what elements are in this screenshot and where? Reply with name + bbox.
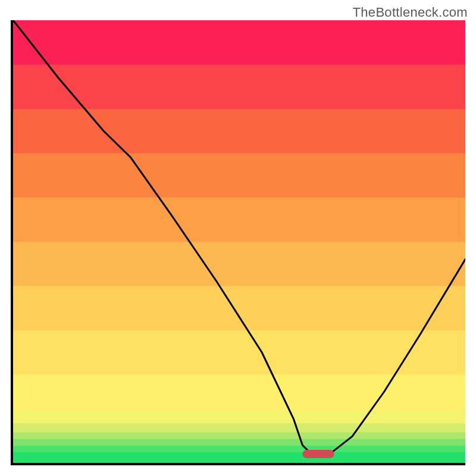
chart-container: TheBottleneck.com — [0, 0, 476, 476]
background-band — [13, 198, 465, 242]
background-band — [13, 432, 465, 439]
chart-svg — [13, 20, 465, 463]
background-band — [13, 20, 465, 65]
background-band — [13, 374, 465, 410]
plot-area — [11, 20, 465, 465]
background-band — [13, 330, 465, 375]
optimal-marker — [302, 450, 334, 458]
watermark-text: TheBottleneck.com — [353, 5, 468, 20]
background-band — [13, 439, 465, 446]
background-band — [13, 445, 465, 452]
background-band — [13, 423, 465, 432]
background-band — [13, 242, 465, 286]
background-band — [13, 410, 465, 424]
background-band — [13, 109, 465, 154]
background-band — [13, 153, 465, 198]
background-band — [13, 452, 465, 463]
background-band — [13, 64, 465, 109]
background-band — [13, 286, 465, 330]
